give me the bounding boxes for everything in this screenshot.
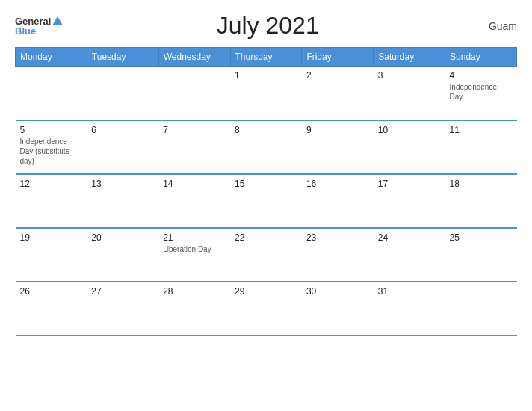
day-number: 19 [20,232,83,243]
holiday-label: Liberation Day [163,244,226,254]
calendar-page: General Blue July 2021 Guam MondayTuesda… [0,0,532,411]
calendar-day-cell: 10 [374,120,445,174]
calendar-day-cell [158,67,230,120]
calendar-day-cell: 14 [158,174,230,228]
day-number: 5 [20,125,83,135]
day-number: 16 [306,179,369,189]
calendar-day-cell: 9 [302,120,374,174]
calendar-header-row: MondayTuesdayWednesdayThursdayFridaySatu… [16,48,517,67]
day-number: 1 [235,70,297,81]
calendar-day-cell: 16 [302,174,374,228]
calendar-day-cell: 19 [16,228,87,282]
holiday-label: Independence Day [450,82,513,102]
calendar-day-cell: 11 [445,120,517,174]
calendar-week-row: 12131415161718 [16,174,517,228]
calendar-day-cell: 30 [302,282,374,336]
day-number: 3 [378,70,441,81]
day-number: 29 [235,286,297,297]
calendar-day-cell: 26 [16,282,87,336]
region-label: Guam [472,20,517,32]
holiday-label: Independence Day (substitute day) [20,137,83,166]
calendar-day-cell: 8 [230,120,302,174]
calendar-day-cell: 21Liberation Day [158,228,230,282]
calendar-week-row: 1234Independence Day [16,67,517,120]
calendar-day-cell: 3 [374,67,445,120]
day-number: 21 [163,232,226,243]
calendar-body: 1234Independence Day5Independence Day (s… [16,67,517,336]
weekday-header: Tuesday [87,48,158,67]
calendar-day-cell: 1 [230,67,302,120]
weekday-header: Friday [302,48,374,67]
logo-blue-text: Blue [15,26,36,36]
day-number: 2 [306,70,369,81]
calendar-day-cell: 18 [445,174,517,228]
calendar-day-cell: 24 [374,228,445,282]
calendar-day-cell: 2 [302,67,374,120]
weekday-header: Sunday [445,48,517,67]
day-number: 22 [235,232,297,243]
calendar-day-cell: 31 [374,282,445,336]
day-number: 20 [91,232,154,243]
day-number: 11 [450,125,513,135]
calendar-day-cell [16,67,87,120]
day-number: 8 [235,125,297,135]
calendar-day-cell: 27 [87,282,158,336]
calendar-day-cell: 20 [87,228,158,282]
calendar-day-cell: 28 [158,282,230,336]
calendar-day-cell: 22 [230,228,302,282]
day-number: 17 [378,179,441,189]
day-number: 4 [450,70,513,81]
day-number: 26 [20,286,83,297]
calendar-day-cell: 13 [87,174,158,228]
day-number: 27 [91,286,154,297]
day-number: 7 [163,125,226,135]
day-number: 25 [450,232,513,243]
calendar-day-cell: 4Independence Day [445,67,517,120]
calendar-week-row: 192021Liberation Day22232425 [16,228,517,282]
weekday-header: Wednesday [158,48,230,67]
day-number: 9 [306,125,369,135]
weekday-header: Monday [16,48,87,67]
calendar-day-cell: 5Independence Day (substitute day) [16,120,87,174]
calendar-day-cell [87,67,158,120]
calendar-day-cell: 29 [230,282,302,336]
calendar-day-cell: 7 [158,120,230,174]
calendar-day-cell: 17 [374,174,445,228]
weekday-header: Thursday [230,48,302,67]
day-number: 18 [450,179,513,189]
calendar-day-cell: 25 [445,228,517,282]
calendar-header: General Blue July 2021 Guam [15,12,517,40]
day-number: 12 [20,179,83,189]
day-number: 28 [163,286,226,297]
logo-general-text: General [15,16,51,26]
day-number: 15 [235,179,297,189]
day-number: 23 [306,232,369,243]
calendar-table: MondayTuesdayWednesdayThursdayFridaySatu… [15,47,517,336]
logo-triangle-icon [52,16,63,25]
day-number: 13 [91,179,154,189]
day-number: 31 [378,286,441,297]
day-number: 6 [91,125,154,135]
day-number: 30 [306,286,369,297]
calendar-day-cell: 6 [87,120,158,174]
calendar-week-row: 5Independence Day (substitute day)678910… [16,120,517,174]
logo: General Blue [15,16,63,36]
calendar-day-cell [445,282,517,336]
weekday-header: Saturday [374,48,445,67]
day-number: 14 [163,179,226,189]
day-number: 24 [378,232,441,243]
calendar-day-cell: 15 [230,174,302,228]
calendar-day-cell: 12 [16,174,87,228]
day-number: 10 [378,125,441,135]
calendar-day-cell: 23 [302,228,374,282]
calendar-week-row: 262728293031 [16,282,517,336]
month-title: July 2021 [63,12,472,40]
